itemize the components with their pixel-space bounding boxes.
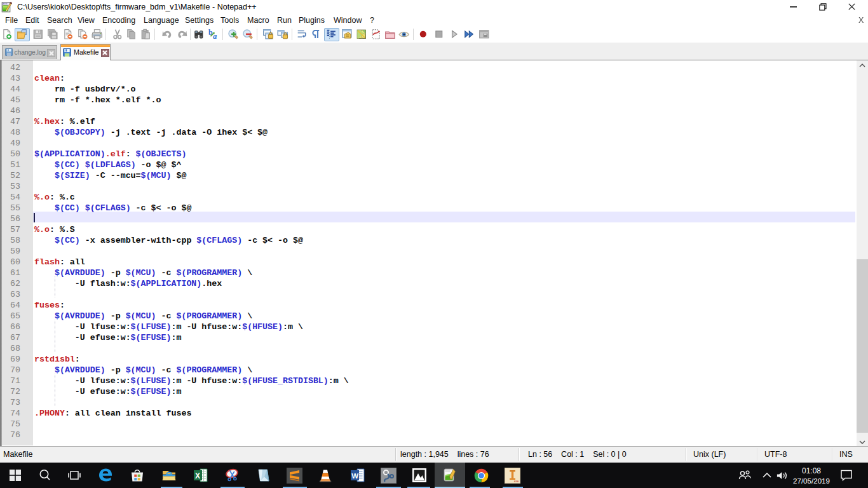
svg-text:W: W [351,472,358,480]
svg-text:exe: exe [514,479,519,482]
svg-text:X: X [195,471,200,480]
